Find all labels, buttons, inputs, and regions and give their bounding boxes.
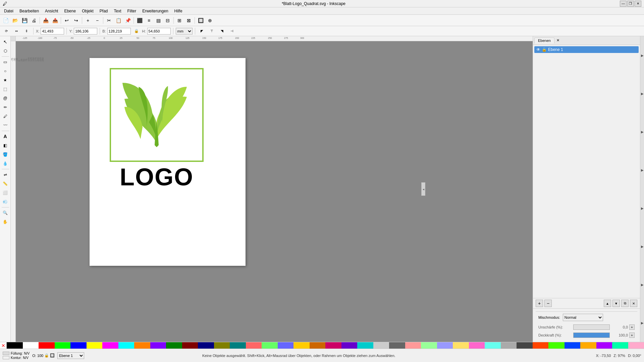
palette-color-26[interactable] (421, 342, 437, 349)
group-button[interactable]: ⊞ (175, 16, 184, 25)
palette-color-11[interactable] (182, 342, 198, 349)
close-layers-tab[interactable]: ✕ (556, 38, 559, 43)
layer-lock-toggle[interactable]: 🔒 (542, 47, 547, 52)
3d-box-tool[interactable]: ⬚ (1, 85, 10, 94)
menu-item-hilfe[interactable]: Hilfe (172, 8, 185, 14)
palette-color-24[interactable] (389, 342, 405, 349)
cut-button[interactable]: ✂ (105, 16, 113, 25)
canvas-area[interactable]: -125 -100 -75 -50 -25 0 25 50 75 100 125… (11, 36, 533, 342)
pen-tool[interactable]: 🖊 (1, 112, 10, 121)
opacity-bar[interactable] (573, 333, 610, 338)
ungroup-button[interactable]: ⊠ (184, 16, 193, 25)
palette-color-7[interactable] (118, 342, 135, 349)
palette-color-8[interactable] (134, 342, 150, 349)
redo-button[interactable]: ↪ (72, 16, 80, 25)
fill-tool[interactable]: 🪣 (1, 150, 10, 159)
export-button[interactable]: 📤 (51, 16, 59, 25)
menu-item-bearbeiten[interactable]: Bearbeiten (17, 8, 42, 14)
palette-color-16[interactable] (262, 342, 278, 349)
eraser-tool[interactable]: ⬜ (1, 188, 10, 197)
transform-button[interactable]: ⟳ (2, 27, 11, 36)
layer-item-1[interactable]: 👁 🔒 Ebene 1 (534, 46, 639, 53)
palette-color-2[interactable] (39, 342, 55, 349)
spray-tool[interactable]: 💨 (1, 197, 10, 206)
palette-color-30[interactable] (485, 342, 501, 349)
palette-color-35[interactable] (565, 342, 581, 349)
palette-color-33[interactable] (533, 342, 549, 349)
palette-color-3[interactable] (55, 342, 71, 349)
flip-h-button[interactable]: ⇔ (12, 27, 21, 36)
align-tr[interactable]: ◥ (218, 27, 226, 36)
y-input[interactable] (74, 28, 97, 35)
palette-color-36[interactable] (580, 342, 596, 349)
palette-color-20[interactable] (325, 342, 341, 349)
zoom-out-button[interactable]: − (93, 16, 102, 25)
palette-color-5[interactable] (87, 342, 103, 349)
text-tool[interactable]: A (1, 132, 10, 141)
remove-layer-button[interactable]: − (544, 300, 552, 307)
side-tab-5[interactable]: ▶ (640, 205, 644, 212)
layer-up-button[interactable]: ▲ (604, 300, 611, 307)
palette-color-21[interactable] (341, 342, 358, 349)
layer-down-button[interactable]: ▼ (612, 300, 620, 307)
undo-button[interactable]: ↩ (62, 16, 71, 25)
close-button[interactable]: ✕ (635, 1, 641, 7)
menu-item-erweiterungen[interactable]: Erweiterungen (140, 8, 171, 14)
menu-item-objekt[interactable]: Objekt (79, 8, 96, 14)
unit-select[interactable]: mm px cm (176, 28, 193, 35)
paste-button[interactable]: 📌 (123, 16, 132, 25)
rect-tool[interactable]: ▭ (1, 58, 10, 66)
panel-resize-handle[interactable]: ◂ (421, 182, 425, 196)
opacity-increase-button[interactable]: + (629, 333, 635, 338)
align-tc[interactable]: ⊤ (208, 27, 216, 36)
palette-color-31[interactable] (501, 342, 517, 349)
palette-color-12[interactable] (198, 342, 214, 349)
menu-item-pfad[interactable]: Pfad (97, 8, 111, 14)
side-tab-3[interactable]: ▶ (640, 129, 644, 135)
palette-color-17[interactable] (278, 342, 294, 349)
layer-select[interactable]: Ebene 1 (57, 352, 84, 359)
palette-color-28[interactable] (453, 342, 469, 349)
palette-color-34[interactable] (548, 342, 565, 349)
add-layer-button[interactable]: + (536, 300, 543, 307)
palette-color-32[interactable] (517, 342, 533, 349)
palette-color-25[interactable] (405, 342, 421, 349)
palette-color-9[interactable] (150, 342, 166, 349)
palette-color-6[interactable] (102, 342, 118, 349)
side-tab-1[interactable]: ▶ (640, 52, 644, 59)
align-left-button[interactable]: ⬛ (135, 16, 144, 25)
layer-visibility-toggle[interactable]: 👁 (536, 47, 540, 52)
palette-color-10[interactable] (166, 342, 182, 349)
snap2-button[interactable]: ⊕ (206, 16, 214, 25)
print-button[interactable]: 🖨 (30, 16, 38, 25)
layer-del-button[interactable]: ✕ (630, 300, 637, 307)
palette-color-15[interactable] (246, 342, 262, 349)
menu-item-filter[interactable]: Filter (125, 8, 139, 14)
align-center-button[interactable]: ≡ (145, 16, 153, 25)
pan-tool[interactable]: ✋ (1, 218, 10, 226)
w-input[interactable] (107, 28, 131, 35)
menu-item-ebene[interactable]: Ebene (61, 8, 78, 14)
palette-color-29[interactable] (469, 342, 485, 349)
side-tab-7[interactable]: ▶ (640, 282, 644, 288)
x-input[interactable] (41, 28, 64, 35)
spiral-tool[interactable]: @ (1, 94, 10, 103)
palette-color-18[interactable] (293, 342, 310, 349)
palette-color-0[interactable] (7, 342, 23, 349)
side-tab-6[interactable]: ▶ (640, 243, 644, 250)
save-button[interactable]: 💾 (20, 16, 29, 25)
palette-color-22[interactable] (357, 342, 373, 349)
pencil-tool[interactable]: ✏ (1, 103, 10, 112)
menu-item-datei[interactable]: Datei (1, 8, 16, 14)
zoom-in-button[interactable]: + (84, 16, 92, 25)
no-color-button[interactable]: ✕ (0, 342, 7, 349)
distribute-button[interactable]: ⊟ (163, 16, 172, 25)
align-tl[interactable]: ◤ (198, 27, 206, 36)
gradient-tool[interactable]: ◧ (1, 141, 10, 150)
palette-color-14[interactable] (230, 342, 246, 349)
lock-aspect-button[interactable]: 🔒 (132, 27, 141, 36)
palette-color-39[interactable] (628, 342, 644, 349)
palette-color-37[interactable] (596, 342, 612, 349)
snap-toggle[interactable]: 🔲 (50, 353, 55, 358)
maximize-button[interactable]: ❐ (627, 1, 634, 7)
